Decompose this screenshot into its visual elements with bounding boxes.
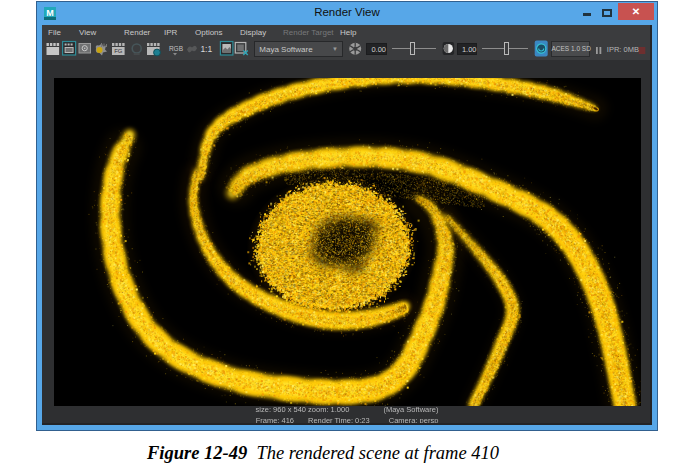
svg-text:RGB: RGB	[169, 45, 183, 52]
svg-text:1:1: 1:1	[200, 44, 212, 54]
svg-text:FG: FG	[114, 48, 123, 54]
